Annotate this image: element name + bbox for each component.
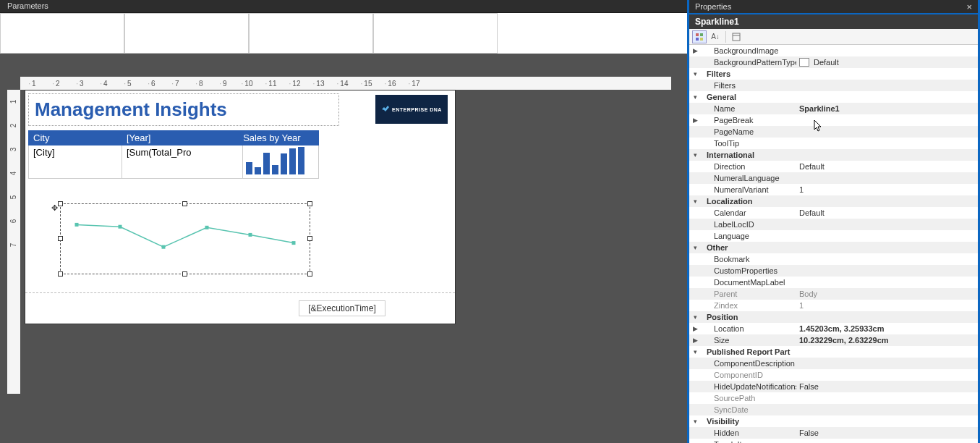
col-header-year[interactable]: [Year] [122,131,242,145]
param-cell[interactable] [0,13,124,54]
col-header-city[interactable]: City [29,131,122,145]
resize-handle[interactable] [58,271,63,277]
collapse-icon[interactable]: ▾ [689,151,701,159]
collapse-icon[interactable]: ▾ [689,313,701,321]
prop-name[interactable]: NumeralLanguage [701,174,796,182]
svg-rect-5 [292,241,296,245]
selected-object-name[interactable]: Sparkline1 [689,13,978,29]
execution-time-textbox[interactable]: [&ExecutionTime] [299,300,385,316]
prop-group[interactable]: Published Report Part [701,347,796,356]
prop-name[interactable]: Size [701,336,796,345]
prop-name: Zindex [701,301,796,310]
prop-value[interactable]: Default [796,162,978,171]
prop-group[interactable]: International [701,151,796,159]
prop-name[interactable]: ComponentDescription [701,359,796,368]
prop-name[interactable]: Language [701,232,796,240]
prop-name[interactable]: Name [701,104,796,113]
prop-name[interactable]: ToolTip [701,139,796,148]
logo-image[interactable]: ENTERPRISE DNA [375,95,448,124]
prop-value[interactable]: Default [796,58,978,67]
cell-city[interactable]: [City] [29,145,122,179]
prop-name[interactable]: NumeralVariant [701,185,796,194]
prop-value[interactable]: False [796,382,978,391]
prop-name[interactable]: Hidden [701,429,796,437]
resize-handle[interactable] [58,236,63,241]
collapse-icon[interactable]: ▾ [689,93,701,101]
prop-name[interactable]: CustomProperties [701,266,796,275]
footer-divider [25,292,455,293]
prop-group[interactable]: Localization [701,197,796,206]
expand-icon[interactable]: ▶ [689,337,701,344]
col-header-sales[interactable]: Sales by Year [243,131,319,145]
prop-name[interactable]: Bookmark [701,255,796,263]
prop-value[interactable]: Sparkline1 [796,104,978,113]
prop-value[interactable]: False [796,429,978,437]
cell-sparkline-bars[interactable] [243,145,319,179]
prop-name[interactable]: BackgroundPatternType [701,58,796,67]
resize-handle[interactable] [182,271,187,277]
prop-name[interactable]: ToggleItem [701,440,796,443]
resize-handle[interactable] [58,201,63,206]
prop-name: ComponentID [701,371,796,379]
expand-icon[interactable]: ▶ [689,47,701,54]
alphabetical-icon[interactable]: A↓ [708,30,723,43]
collapse-icon[interactable]: ▾ [689,348,701,355]
prop-group[interactable]: Filters [701,69,796,78]
svg-rect-1 [119,225,122,229]
prop-name: Parent [701,290,796,298]
sparkline-selected[interactable]: ✥ [60,203,310,274]
close-icon[interactable]: × [966,1,972,12]
prop-name[interactable]: Direction [701,162,796,171]
param-cell[interactable] [124,13,249,54]
categorized-icon[interactable] [692,30,707,43]
prop-value[interactable]: 1 [796,185,978,194]
svg-rect-4 [249,233,252,237]
prop-value[interactable]: 1.45203cm, 3.25933cm [796,324,978,333]
collapse-icon[interactable]: ▾ [689,198,701,205]
collapse-icon[interactable]: ▾ [689,244,701,251]
svg-rect-10 [733,33,740,41]
svg-rect-0 [75,223,79,227]
resize-handle[interactable] [182,201,187,206]
logo-text: ENTERPRISE DNA [392,107,442,112]
prop-name[interactable]: Location [701,324,796,333]
prop-value[interactable]: Default [796,208,978,217]
prop-name[interactable]: LabelLocID [701,220,796,229]
prop-group[interactable]: Other [701,243,796,252]
resize-handle[interactable] [307,201,312,206]
resize-handle[interactable] [307,271,312,277]
prop-name: SourcePath [701,394,796,402]
collapse-icon[interactable]: ▾ [689,418,701,425]
prop-group[interactable]: General [701,93,796,101]
param-cell[interactable] [373,13,498,54]
properties-header: Properties × [689,0,978,13]
property-pages-icon[interactable] [729,30,743,43]
collapse-icon[interactable]: ▾ [689,70,701,77]
expand-icon[interactable]: ▶ [689,117,701,124]
cell-sum[interactable]: [Sum(Total_Pro [122,145,242,179]
prop-name[interactable]: DocumentMapLabel [701,278,796,287]
prop-name[interactable]: Calendar [701,208,796,217]
mini-bar-chart [243,145,318,176]
svg-rect-2 [162,245,166,249]
toolbar-separator [725,31,726,43]
properties-toolbar: A↓ [689,29,978,45]
prop-group[interactable]: Visibility [701,417,796,426]
prop-name[interactable]: Filters [701,81,796,90]
prop-name[interactable]: PageName [701,127,796,136]
expand-icon[interactable]: ▶ [689,325,701,332]
tablix[interactable]: City [Year] Sales by Year [City] [Sum(To… [28,130,319,179]
param-cell[interactable] [249,13,373,54]
design-surface[interactable]: 1 2 3 4 5 6 7 8 9 10 11 12 13 14 15 16 1… [0,54,687,443]
prop-value[interactable]: 10.23229cm, 2.63229cm [796,336,978,345]
prop-name[interactable]: PageBreak [701,116,796,125]
logo-icon [381,105,390,114]
property-grid[interactable]: ▶BackgroundImage BackgroundPatternTypeDe… [689,45,978,443]
report-body[interactable]: Management Insights ENTERPRISE DNA City … [25,90,456,324]
prop-name[interactable]: BackgroundImage [701,46,796,55]
prop-group[interactable]: Position [701,313,796,321]
properties-panel: Properties × Sparkline1 A↓ ▶BackgroundIm… [687,0,980,443]
prop-name[interactable]: HideUpdateNotifications [701,382,796,391]
report-title[interactable]: Management Insights [28,93,339,126]
resize-handle[interactable] [307,236,312,241]
